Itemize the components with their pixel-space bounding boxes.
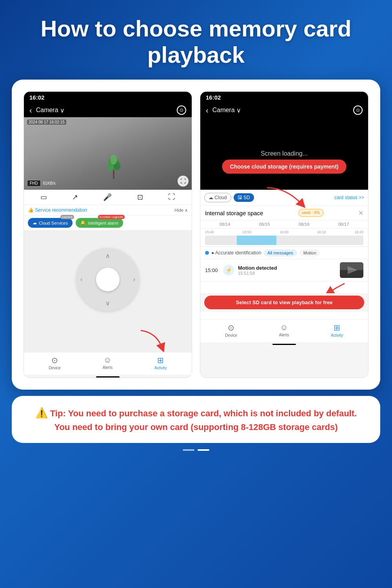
- ptz-left-icon[interactable]: ‹: [80, 276, 82, 283]
- chevron-right-icon: ∨: [236, 107, 241, 114]
- event-time: 15:00: [205, 267, 219, 273]
- svg-point-4: [110, 155, 117, 165]
- event-dot-icon: ⚡: [223, 265, 234, 276]
- ptz-center[interactable]: [96, 268, 120, 291]
- right-statusbar: 16:02: [200, 92, 368, 103]
- card-status-button[interactable]: card status >>: [334, 195, 364, 200]
- right-bottom-nav: ⊙ Device ☺ Alerts ⊞ Activity: [200, 319, 368, 342]
- date-4: 08/17: [338, 222, 349, 227]
- timeline-bar[interactable]: 15:40 15:50 16:00 16:10 16:20: [200, 229, 368, 247]
- pagination-dots: [0, 449, 392, 451]
- intelligent-alarm-button[interactable]: 🔔 Intelligent alarm function upgrade: [76, 218, 123, 228]
- ptz-control: ∧ ∨ ‹ ›: [24, 230, 192, 328]
- crop-icon[interactable]: ⊡: [137, 193, 143, 201]
- date-2: 08/15: [259, 222, 270, 227]
- main-card: 16:02 ‹ Camera ∨ ⊙ 2024 08 17 16:02:15: [12, 80, 380, 390]
- record-icon[interactable]: ▭: [40, 193, 47, 201]
- tip-text: ⚠️Tip: You need to purchase a storage ca…: [27, 405, 365, 434]
- page-header: How to choose memory card playback: [0, 0, 392, 80]
- filter-tabs: ● Accurate identification All messages M…: [200, 247, 368, 259]
- left-navbar: ‹ Camera ∨ ⊙: [24, 103, 192, 117]
- nav-indicator-right: [272, 344, 296, 345]
- tip-section: ⚠️Tip: You need to purchase a storage ca…: [12, 396, 380, 443]
- chevron-icon: ∨: [60, 107, 65, 114]
- all-messages-tag[interactable]: All messages: [263, 249, 297, 256]
- timeline-dates: 08/14 08/15 08/16 08/17: [200, 220, 368, 229]
- device-icon: ⊙: [51, 356, 58, 365]
- warning-icon: ⚠️: [35, 407, 48, 419]
- pagination-dot-1[interactable]: [183, 449, 194, 451]
- right-navbar: ‹ Camera ∨ ⊙: [200, 103, 368, 117]
- page-title: How to choose memory card playback: [24, 16, 368, 68]
- red-arrow-left: [137, 328, 168, 352]
- close-icon[interactable]: ✕: [358, 209, 363, 217]
- share-icon[interactable]: ↗: [72, 193, 78, 201]
- settings-icon-right[interactable]: ⊙: [353, 105, 363, 115]
- ptz-up-icon[interactable]: ∧: [105, 252, 110, 260]
- nav-activity-left[interactable]: ⊞ Activity: [154, 356, 167, 370]
- motion-tag[interactable]: Motion: [299, 249, 320, 256]
- storage-title: Internal storage space: [205, 210, 263, 216]
- timeline-segment: [237, 236, 276, 245]
- event-title: Motion detected: [238, 265, 336, 271]
- ptz-down-icon[interactable]: ∨: [105, 299, 110, 307]
- back-arrow-icon[interactable]: ‹: [29, 106, 32, 115]
- screenshots-row: 16:02 ‹ Camera ∨ ⊙ 2024 08 17 16:02:15: [24, 91, 368, 378]
- alerts-icon: ☺: [103, 356, 111, 365]
- alerts-icon-right: ☺: [280, 323, 288, 332]
- event-thumbnail[interactable]: [340, 262, 363, 278]
- date-1: 08/14: [220, 222, 230, 227]
- cloud-icon: ☁: [33, 220, 37, 225]
- activity-icon-active: ⊞: [157, 356, 164, 365]
- nav-alerts-left[interactable]: ☺ Alerts: [103, 356, 113, 370]
- arrow-area-left: [24, 328, 192, 352]
- nav-device-left[interactable]: ⊙ Device: [49, 356, 61, 370]
- settings-icon[interactable]: ⊙: [177, 105, 186, 115]
- camera-title-left: Camera ∨: [36, 107, 65, 114]
- ptz-joystick[interactable]: ∧ ∨ ‹ ›: [76, 248, 139, 311]
- cloud-services-button[interactable]: ☁ Cloud Services inactive: [28, 218, 73, 228]
- event-info: Motion detected 15:51:58: [238, 265, 336, 276]
- service-rec-bar: 👍 Service recommendation Hide ∧: [24, 205, 192, 216]
- activity-icon-right: ⊞: [334, 323, 340, 332]
- left-time: 16:02: [29, 94, 44, 101]
- fullscreen-icon[interactable]: ⛶: [168, 193, 175, 201]
- camera-controls: ▭ ↗ 🎤 ⊡ ⛶: [24, 190, 192, 205]
- arrow-svg-1: [263, 186, 310, 209]
- timeline-line: [205, 236, 363, 245]
- arrow-area-right: [200, 281, 368, 293]
- nav-device-right[interactable]: ⊙ Device: [225, 323, 237, 338]
- nav-activity-right[interactable]: ⊞ Activity: [331, 323, 343, 338]
- svg-rect-0: [113, 170, 114, 179]
- back-arrow-right[interactable]: ‹: [206, 106, 209, 115]
- hide-button[interactable]: Hide ∧: [174, 208, 188, 213]
- speed-badge: 61KB/s: [43, 181, 56, 185]
- camera-feed-left: 2024 08 17 16:02:15 FHD 61KB/s ⛶: [24, 117, 192, 190]
- event-item: 15:00 ⚡ Motion detected 15:51:58: [200, 259, 368, 281]
- right-time: 16:02: [206, 94, 221, 101]
- sd-tab[interactable]: 🖫 SD: [234, 193, 254, 202]
- cloud-tab[interactable]: ☁ Cloud: [204, 193, 231, 202]
- event-subtitle: 15:51:58: [238, 271, 336, 276]
- left-phone-screen: 16:02 ‹ Camera ∨ ⊙ 2024 08 17 16:02:15: [24, 91, 192, 378]
- pagination-dot-2[interactable]: [198, 449, 209, 451]
- cloud-callout-pill: Choose cloud storage (requires payment): [222, 160, 347, 174]
- mic-icon[interactable]: 🎤: [103, 193, 112, 201]
- camera-badges: FHD 61KB/s: [27, 180, 56, 187]
- left-statusbar: 16:02: [24, 92, 192, 103]
- service-rec-label: 👍 Service recommendation: [28, 207, 87, 213]
- timeline-ticks: 15:40 15:50 16:00 16:10 16:20: [205, 230, 363, 234]
- ptz-right-icon[interactable]: ›: [133, 276, 135, 283]
- right-camera-feed: Screen loading... Choose cloud storage (…: [200, 117, 368, 190]
- left-bottom-nav: ⊙ Device ☺ Alerts ⊞ Activity: [24, 352, 192, 375]
- bottom-spacer: [200, 312, 368, 319]
- inactive-badge: inactive: [60, 215, 74, 219]
- arrow-svg-2: [321, 281, 352, 293]
- filter-dot-icon: [205, 251, 209, 255]
- service-buttons: ☁ Cloud Services inactive 🔔 Intelligent …: [24, 216, 192, 230]
- filter-label: ● Accurate identification: [211, 250, 261, 256]
- nav-indicator-left: [96, 376, 120, 377]
- alarm-icon: 🔔: [80, 220, 86, 225]
- device-icon-right: ⊙: [228, 323, 234, 332]
- nav-alerts-right[interactable]: ☺ Alerts: [279, 323, 289, 338]
